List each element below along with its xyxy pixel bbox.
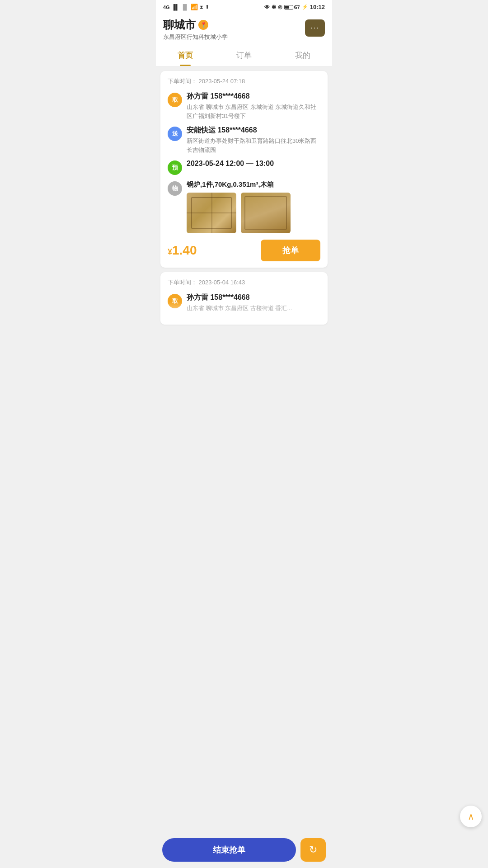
- pickup-badge: 取: [168, 93, 182, 107]
- main-tabs: 首页 订单 我的: [156, 45, 332, 66]
- order-card-2: 下单时间： 2023-05-04 16:43 取 孙方雷 158****4668…: [160, 272, 328, 325]
- price-symbol: ¥: [168, 247, 172, 256]
- status-left: 4G ▐▌ ▐▌ 📶 ⧗ ⬆: [163, 4, 209, 10]
- city-name: 聊城市: [163, 18, 196, 32]
- reservation-badge: 预: [168, 160, 182, 175]
- order-card-1: 下单时间： 2023-05-24 07:18 取 孙方雷 158****4668…: [160, 71, 328, 268]
- goods-badge: 物: [168, 181, 182, 196]
- goods-images: [187, 193, 320, 233]
- header: 聊城市 📍 东昌府区行知科技城小学 ···: [156, 12, 332, 45]
- goods-image-2[interactable]: [241, 193, 291, 233]
- battery-level: 57: [295, 5, 300, 10]
- bluetooth-icon: ✱: [272, 4, 276, 10]
- grab-order-button-1[interactable]: 抢单: [261, 240, 320, 261]
- reservation-row: 预 2023-05-24 12:00 — 13:00: [168, 160, 320, 175]
- battery-indicator: 57: [284, 5, 300, 10]
- delivery-address: 新区街道办事处财干路和卫育路路口往北30米路西长吉物流园: [187, 137, 320, 154]
- charging-icon: ⚡: [302, 4, 308, 10]
- goods-info: 锅炉,1件,70Kg,0.351m³,木箱: [187, 180, 320, 233]
- usb-icon: ⬆: [205, 4, 209, 10]
- network-indicator: 4G: [163, 5, 170, 10]
- order-time-1: 下单时间： 2023-05-24 07:18: [168, 77, 320, 85]
- time-display: 10:12: [310, 4, 325, 10]
- delivery-name: 安能快运 158****4668: [187, 126, 320, 135]
- tab-home[interactable]: 首页: [156, 45, 215, 66]
- message-icon: ···: [310, 24, 319, 32]
- delivery-info: 安能快运 158****4668 新区街道办事处财干路和卫育路路口往北30米路西…: [187, 126, 320, 154]
- pickup-row: 取 孙方雷 158****4668 山东省 聊城市 东昌府区 东城街道 东城街道…: [168, 92, 320, 120]
- pickup-name: 孙方雷 158****4668: [187, 92, 320, 101]
- location-icon: ◎: [278, 4, 282, 10]
- pickup-name-2: 孙方雷 158****4668: [187, 293, 320, 302]
- header-title: 聊城市 📍: [163, 18, 228, 32]
- pickup-address: 山东省 聊城市 东昌府区 东城街道 东城街道久和社区广福刘新村31号楼下: [187, 103, 320, 120]
- goods-description: 锅炉,1件,70Kg,0.351m³,木箱: [187, 180, 320, 189]
- hourglass-icon: ⧗: [200, 4, 203, 10]
- signal-bar-1: ▐▌: [172, 4, 179, 10]
- school-name: 东昌府区行知科技城小学: [163, 33, 228, 41]
- delivery-badge: 送: [168, 127, 182, 141]
- wifi-icon: 📶: [191, 4, 198, 10]
- goods-row: 物 锅炉,1件,70Kg,0.351m³,木箱: [168, 180, 320, 233]
- tab-profile[interactable]: 我的: [273, 45, 332, 66]
- price-value: 1.40: [172, 243, 197, 257]
- reservation-time: 2023-05-24 12:00 — 13:00: [187, 160, 320, 168]
- header-left: 聊城市 📍 东昌府区行知科技城小学: [163, 18, 228, 41]
- signal-bar-2: ▐▌: [181, 4, 189, 10]
- end-grab-button[interactable]: 结束抢单: [162, 838, 296, 862]
- location-pin-icon[interactable]: 📍: [198, 20, 208, 30]
- pickup-info: 孙方雷 158****4668 山东省 聊城市 东昌府区 东城街道 东城街道久和…: [187, 92, 320, 120]
- order-price-1: ¥1.40: [168, 243, 197, 258]
- status-bar: 4G ▐▌ ▐▌ 📶 ⧗ ⬆ 👁 ✱ ◎ 57 ⚡ 10:12: [156, 0, 332, 12]
- card-fade: [160, 302, 328, 325]
- message-button[interactable]: ···: [305, 19, 325, 37]
- bottom-bar: 结束抢单 ↻: [156, 834, 332, 868]
- goods-image-1[interactable]: [187, 193, 236, 233]
- refresh-button[interactable]: ↻: [300, 838, 326, 862]
- tab-orders[interactable]: 订单: [215, 45, 273, 66]
- order-footer-1: ¥1.40 抢单: [168, 240, 320, 261]
- eye-icon: 👁: [264, 4, 270, 10]
- order-time-2: 下单时间： 2023-05-04 16:43: [168, 278, 320, 287]
- status-right: 👁 ✱ ◎ 57 ⚡ 10:12: [264, 4, 325, 10]
- refresh-icon: ↻: [309, 844, 317, 856]
- delivery-row: 送 安能快运 158****4668 新区街道办事处财干路和卫育路路口往北30米…: [168, 126, 320, 154]
- reservation-info: 2023-05-24 12:00 — 13:00: [187, 160, 320, 168]
